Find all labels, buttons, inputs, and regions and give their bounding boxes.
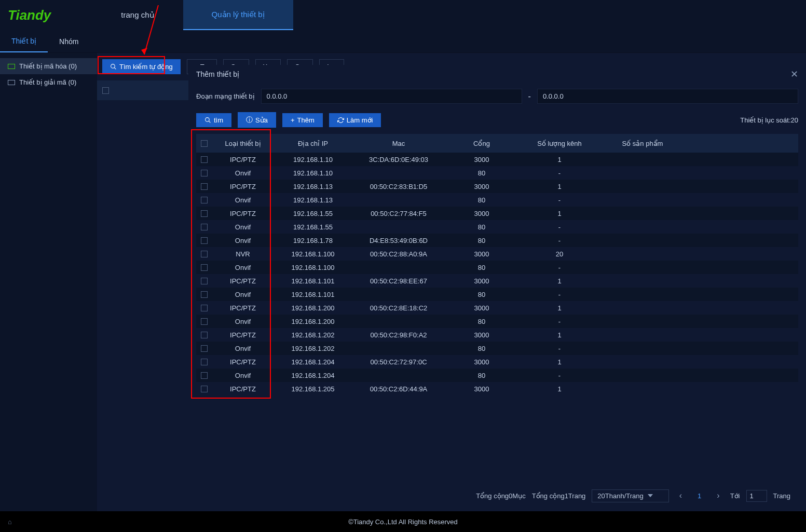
table-row[interactable]: IPC/PTZ 192.168.1.10 3C:DA:6D:0E:49:03 3…: [196, 153, 798, 166]
cell-type: IPC/PTZ: [212, 156, 274, 163]
row-checkbox[interactable]: [201, 345, 208, 352]
cell-type: IPC/PTZ: [212, 304, 274, 312]
table-row[interactable]: Onvif 192.168.1.202 80 -: [196, 342, 798, 355]
row-checkbox[interactable]: [201, 210, 208, 217]
cell-mac: 00:50:C2:72:97:0C: [352, 358, 445, 366]
current-page[interactable]: 1: [692, 492, 706, 500]
col-mac: Mac: [352, 140, 445, 147]
cell-channels: -: [518, 196, 601, 204]
cell-ip: 192.168.1.205: [274, 385, 352, 393]
add-button[interactable]: + Thêm: [282, 113, 323, 127]
table-row[interactable]: Onvif 192.168.1.55 80 -: [196, 220, 798, 234]
cell-port: 3000: [445, 156, 518, 163]
cell-port: 3000: [445, 277, 518, 285]
table-row[interactable]: Onvif 192.168.1.78 D4:E8:53:49:0B:6D 80 …: [196, 234, 798, 247]
cell-type: NVR: [212, 250, 274, 258]
row-checkbox[interactable]: [201, 291, 208, 298]
col-type: Loại thiết bị: [212, 140, 274, 147]
cell-ip: 192.168.1.202: [274, 331, 352, 339]
table-row[interactable]: IPC/PTZ 192.168.1.200 00:50:C2:8E:18:C2 …: [196, 301, 798, 315]
row-checkbox[interactable]: [201, 197, 208, 203]
cell-port: 80: [445, 196, 518, 204]
ip-from-input[interactable]: [261, 89, 522, 104]
row-checkbox[interactable]: [201, 318, 208, 325]
table-row[interactable]: IPC/PTZ 192.168.1.204 00:50:C2:72:97:0C …: [196, 355, 798, 369]
col-sn: Số sản phẩm: [601, 140, 684, 147]
table-row[interactable]: IPC/PTZ 192.168.1.13 00:50:C2:83:B1:D5 3…: [196, 180, 798, 193]
table-row[interactable]: IPC/PTZ 192.168.1.205 00:50:C2:6D:44:9A …: [196, 382, 798, 395]
cell-channels: 1: [518, 358, 601, 366]
cell-port: 80: [445, 318, 518, 325]
subtab-device[interactable]: Thiết bị: [0, 30, 48, 52]
cell-ip: 192.168.1.55: [274, 223, 352, 231]
row-checkbox[interactable]: [201, 170, 208, 176]
row-checkbox[interactable]: [201, 278, 208, 284]
table-row[interactable]: Onvif 192.168.1.204 80 -: [196, 369, 798, 382]
tab-home[interactable]: trang chủ: [92, 0, 183, 30]
copyright: ©Tiandy Co.,Ltd All Rights Reserved: [348, 518, 458, 526]
cell-type: IPC/PTZ: [212, 358, 274, 366]
pagination: Tổng cộng0Mục Tổng cộng1Trang 20Thanh/Tr…: [97, 480, 806, 511]
row-checkbox[interactable]: [201, 372, 208, 379]
table-row[interactable]: IPC/PTZ 192.168.1.55 00:50:C2:77:84:F5 3…: [196, 207, 798, 220]
row-checkbox[interactable]: [201, 237, 208, 244]
cell-channels: -: [518, 318, 601, 325]
table-row[interactable]: Onvif 192.168.1.200 80 -: [196, 315, 798, 328]
table-row[interactable]: Onvif 192.168.1.10 80 -: [196, 166, 798, 180]
select-all-checkbox[interactable]: [102, 87, 109, 94]
cell-channels: 1: [518, 304, 601, 312]
row-checkbox[interactable]: [201, 386, 208, 392]
cell-port: 80: [445, 291, 518, 298]
svg-line-1: [114, 67, 116, 69]
edit-button[interactable]: ⓘ Sửa: [238, 112, 276, 128]
top-tabs: trang chủ Quản lý thiết bị: [92, 0, 293, 30]
prev-page-button[interactable]: ‹: [675, 491, 686, 500]
subtab-group[interactable]: Nhóm: [48, 30, 90, 52]
row-checkbox[interactable]: [201, 183, 208, 190]
cell-ip: 192.168.1.202: [274, 345, 352, 352]
cell-port: 3000: [445, 304, 518, 312]
select-all-checkbox[interactable]: [201, 140, 208, 147]
close-icon[interactable]: ✕: [790, 69, 798, 80]
row-checkbox[interactable]: [201, 359, 208, 365]
cell-ip: 192.168.1.204: [274, 358, 352, 366]
table-row[interactable]: Onvif 192.168.1.101 80 -: [196, 288, 798, 301]
row-checkbox[interactable]: [201, 224, 208, 230]
table-row[interactable]: Onvif 192.168.1.13 80 -: [196, 193, 798, 207]
row-checkbox[interactable]: [201, 251, 208, 257]
cell-type: Onvif: [212, 196, 274, 204]
cell-channels: 1: [518, 385, 601, 393]
cell-type: IPC/PTZ: [212, 385, 274, 393]
tab-device-mgmt[interactable]: Quản lý thiết bị: [183, 0, 293, 30]
cell-mac: 00:50:C2:8E:18:C2: [352, 304, 445, 312]
cell-port: 3000: [445, 331, 518, 339]
col-ip: Địa chỉ IP: [274, 140, 352, 147]
col-channels: Số lượng kênh: [518, 140, 601, 147]
home-icon[interactable]: ⌂: [8, 518, 12, 526]
table-row[interactable]: NVR 192.168.1.100 00:50:C2:88:A0:9A 3000…: [196, 247, 798, 261]
row-checkbox[interactable]: [201, 264, 208, 271]
row-checkbox[interactable]: [201, 305, 208, 311]
sidebar-item-encoded[interactable]: Thiết bị mã hóa (0): [0, 58, 97, 74]
cell-port: 80: [445, 372, 518, 379]
cell-port: 3000: [445, 385, 518, 393]
cell-ip: 192.168.1.101: [274, 291, 352, 298]
chevron-down-icon: [648, 494, 653, 497]
row-checkbox[interactable]: [201, 332, 208, 338]
refresh-button[interactable]: Làm mới: [329, 113, 381, 127]
sidebar-item-decoded[interactable]: Thiết bị giải mã (0): [0, 74, 97, 90]
per-page-select[interactable]: 20Thanh/Trang: [592, 489, 668, 502]
table-row[interactable]: Onvif 192.168.1.100 80 -: [196, 261, 798, 274]
search-button[interactable]: tìm: [196, 113, 231, 127]
auto-search-button[interactable]: Tìm kiếm tự động: [102, 59, 181, 74]
cell-mac: 3C:DA:6D:0E:49:03: [352, 156, 445, 163]
device-icon: [8, 80, 15, 85]
table-row[interactable]: IPC/PTZ 192.168.1.101 00:50:C2:98:EE:67 …: [196, 274, 798, 288]
next-page-button[interactable]: ›: [713, 491, 723, 500]
cell-ip: 192.168.1.55: [274, 210, 352, 217]
goto-page-input[interactable]: [746, 490, 767, 502]
row-checkbox[interactable]: [201, 156, 208, 163]
table-row[interactable]: IPC/PTZ 192.168.1.202 00:50:C2:98:F0:A2 …: [196, 328, 798, 342]
cell-channels: 20: [518, 250, 601, 258]
ip-to-input[interactable]: [537, 89, 798, 104]
